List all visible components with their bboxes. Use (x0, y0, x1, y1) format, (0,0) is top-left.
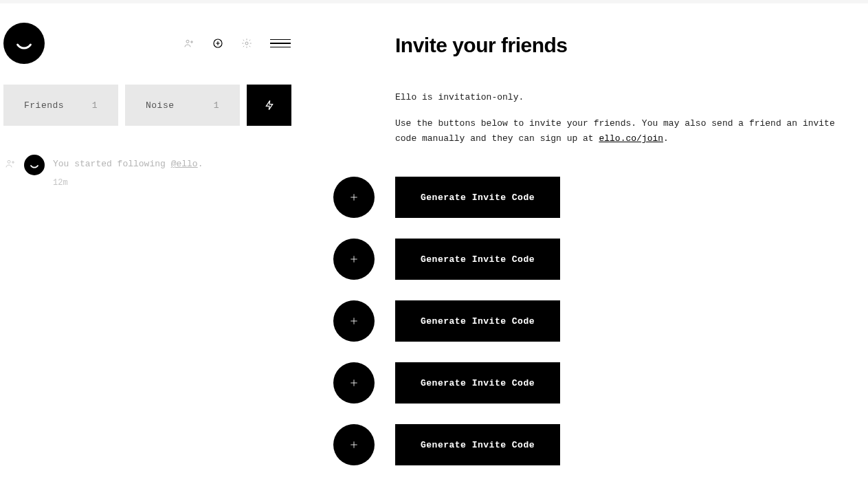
tab-label: Noise (146, 100, 175, 111)
feed-user-link[interactable]: @ello (171, 159, 198, 169)
generate-invite-button[interactable]: Generate Invite Code (395, 177, 560, 218)
generate-invite-button[interactable]: Generate Invite Code (395, 362, 560, 404)
tab-bolt[interactable] (247, 85, 291, 126)
nav-icons (183, 38, 292, 49)
tabs: Friends 1 Noise 1 (3, 85, 296, 126)
tab-count: 1 (214, 100, 219, 111)
invite-plus-circle[interactable] (333, 177, 375, 218)
tab-label: Friends (24, 100, 64, 111)
add-user-icon (5, 158, 16, 172)
invite-plus-circle[interactable] (333, 239, 375, 280)
tab-count: 1 (92, 100, 98, 111)
plus-icon (348, 254, 359, 265)
generate-invite-button[interactable]: Generate Invite Code (395, 239, 560, 280)
plus-icon (348, 439, 359, 450)
invite-row: Generate Invite Code (333, 424, 841, 465)
plus-icon (348, 192, 359, 203)
ello-logo[interactable] (3, 23, 45, 64)
feed-time: 12m (53, 178, 203, 188)
tab-friends[interactable]: Friends 1 (3, 85, 118, 126)
feed-text: You started following @ello. (53, 155, 203, 171)
menu-icon[interactable] (270, 39, 291, 48)
invite-row: Generate Invite Code (333, 362, 841, 404)
join-link[interactable]: ello.co/join (599, 133, 663, 144)
invite-plus-circle[interactable] (333, 300, 375, 342)
plus-icon (348, 316, 359, 327)
svg-point-2 (245, 42, 248, 45)
feed-prefix: You started following (53, 159, 171, 169)
generate-invite-button[interactable]: Generate Invite Code (395, 424, 560, 465)
intro-p1: Ello is invitation-only. (395, 90, 835, 105)
svg-point-0 (186, 40, 189, 43)
plus-circle-icon[interactable] (212, 38, 223, 49)
tab-noise[interactable]: Noise 1 (125, 85, 240, 126)
left-column: Friends 1 Noise 1 (0, 3, 296, 486)
generate-invite-button[interactable]: Generate Invite Code (395, 300, 560, 342)
avatar[interactable] (24, 155, 45, 175)
intro-p2: Use the buttons below to invite your fri… (395, 116, 835, 146)
invite-plus-circle[interactable] (333, 424, 375, 465)
invite-row: Generate Invite Code (333, 177, 841, 218)
invite-plus-circle[interactable] (333, 362, 375, 404)
feed-item: You started following @ello. 12m (3, 155, 296, 188)
plus-icon (348, 377, 359, 388)
add-user-icon[interactable] (183, 38, 194, 49)
smile-icon (11, 30, 37, 56)
invite-row: Generate Invite Code (333, 239, 841, 280)
feed-suffix: . (198, 159, 203, 169)
smile-icon (27, 158, 41, 172)
intro-p2-suffix: . (663, 133, 669, 144)
invite-list: Generate Invite CodeGenerate Invite Code… (395, 177, 841, 486)
svg-point-3 (8, 160, 10, 163)
gear-icon[interactable] (241, 38, 252, 49)
bolt-icon (264, 98, 275, 112)
page-title: Invite your friends (395, 34, 841, 57)
invite-row: Generate Invite Code (333, 300, 841, 342)
right-column: Invite your friends Ello is invitation-o… (296, 3, 868, 486)
